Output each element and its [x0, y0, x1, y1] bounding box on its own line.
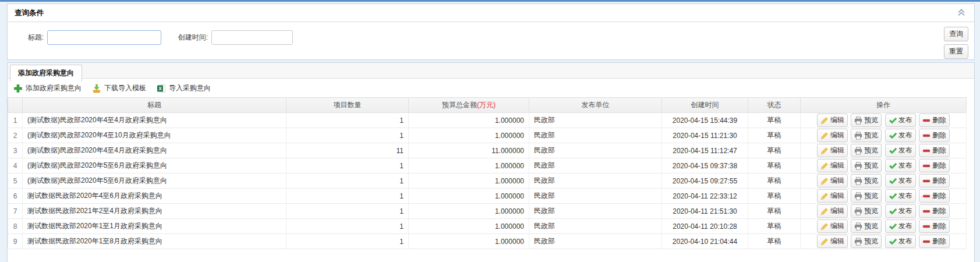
pencil-icon — [820, 238, 829, 246]
row-publish-org: 民政部 — [529, 204, 662, 219]
publish-button[interactable]: 发布 — [885, 204, 916, 218]
row-project-count: 1 — [286, 128, 409, 143]
column-header-status: 状态 — [748, 98, 801, 113]
preview-button[interactable]: 预览 — [851, 174, 882, 187]
title-input[interactable] — [47, 30, 161, 45]
check-icon — [889, 238, 897, 246]
search-button[interactable]: 查询 — [944, 27, 968, 41]
row-created-time: 2020-04-15 11:12:47 — [662, 143, 748, 158]
row-publish-org: 民政部 — [529, 158, 662, 174]
created-time-field-group: 创建时间: — [175, 30, 293, 45]
procurement-intentions-table: 标题 项目数量 预算总金额(万元) 发布单位 创建时间 状态 操作 1 (测试数… — [8, 97, 967, 249]
printer-icon — [854, 162, 862, 170]
delete-button[interactable]: 删除 — [919, 189, 950, 203]
delete-button[interactable]: 删除 — [919, 235, 950, 248]
publish-button[interactable]: 发布 — [885, 144, 916, 157]
created-time-input[interactable] — [211, 30, 293, 45]
title-field-group: 标题: — [13, 30, 161, 45]
row-project-count: 1 — [286, 158, 409, 174]
row-index: 1 — [8, 113, 23, 128]
publish-button[interactable]: 发布 — [885, 219, 916, 233]
column-header-actions: 操作 — [801, 98, 967, 113]
add-procurement-intention-label: 添加政府采购意向 — [26, 83, 82, 93]
query-form: 标题: 创建时间: 查询 重置 — [8, 22, 974, 59]
tab-add-procurement-intention[interactable]: 添加政府采购意向 — [10, 65, 82, 82]
preview-button[interactable]: 预览 — [851, 129, 882, 142]
download-icon — [92, 84, 101, 93]
edit-button[interactable]: 编辑 — [817, 144, 848, 157]
title-field-label: 标题: — [13, 33, 47, 43]
table-row: 5 (测试数据)民政部2020年5至6月政府采购意向 1 1.000000 民政… — [8, 174, 967, 189]
row-title: (测试数据)民政部2020年4至4月政府采购意向 — [23, 143, 286, 158]
row-actions: 编辑 预览 发布 删除 — [801, 189, 967, 204]
row-publish-org: 民政部 — [529, 219, 662, 234]
row-title: 测试数据民政部2020年4至6月政府采购意向 — [23, 189, 286, 204]
column-header-org: 发布单位 — [529, 98, 662, 113]
publish-button[interactable]: 发布 — [885, 159, 916, 172]
pencil-icon — [820, 207, 829, 215]
edit-button[interactable]: 编辑 — [817, 174, 848, 187]
check-icon — [889, 132, 897, 140]
add-procurement-intention-button[interactable]: 添加政府采购意向 — [13, 83, 82, 93]
delete-button[interactable]: 删除 — [919, 204, 950, 218]
publish-button[interactable]: 发布 — [885, 114, 916, 127]
edit-button[interactable]: 编辑 — [817, 159, 848, 172]
row-index: 9 — [8, 234, 23, 249]
table-row: 6 测试数据民政部2020年4至6月政府采购意向 1 1.000000 民政部 … — [8, 189, 967, 204]
row-title: 测试数据民政部2021年2至4月政府采购意向 — [23, 204, 286, 219]
import-procurement-intention-button[interactable]: X 导入采购意向 — [157, 83, 211, 93]
edit-button[interactable]: 编辑 — [817, 235, 848, 248]
row-index: 7 — [8, 204, 23, 219]
row-created-time: 2020-04-11 21:51:30 — [662, 204, 748, 219]
publish-button[interactable]: 发布 — [885, 189, 916, 203]
minus-icon — [922, 147, 931, 155]
row-budget-total: 1.000000 — [409, 113, 529, 128]
preview-button[interactable]: 预览 — [851, 114, 882, 127]
printer-icon — [854, 238, 862, 246]
minus-icon — [922, 116, 931, 125]
collapse-panel-button[interactable] — [957, 8, 967, 17]
top-accent-bar — [0, 0, 980, 2]
row-budget-total: 11.000000 — [409, 143, 529, 158]
row-status: 草稿 — [748, 204, 801, 219]
edit-button[interactable]: 编辑 — [817, 114, 848, 127]
edit-button[interactable]: 编辑 — [817, 129, 848, 142]
preview-button[interactable]: 预览 — [851, 235, 882, 248]
edit-button[interactable]: 编辑 — [817, 219, 848, 233]
preview-button[interactable]: 预览 — [851, 219, 882, 233]
delete-button[interactable]: 删除 — [919, 174, 950, 187]
edit-button[interactable]: 编辑 — [817, 204, 848, 218]
pencil-icon — [820, 177, 829, 185]
row-status: 草稿 — [748, 113, 801, 128]
publish-button[interactable]: 发布 — [885, 174, 916, 187]
row-actions: 编辑 预览 发布 删除 — [801, 174, 967, 189]
pencil-icon — [820, 222, 829, 231]
publish-button[interactable]: 发布 — [885, 129, 916, 142]
printer-icon — [854, 177, 862, 185]
publish-button[interactable]: 发布 — [885, 235, 916, 248]
row-status: 草稿 — [748, 158, 801, 174]
row-project-count: 1 — [286, 189, 409, 204]
minus-icon — [922, 162, 931, 170]
delete-button[interactable]: 删除 — [919, 159, 950, 172]
delete-button[interactable]: 删除 — [919, 219, 950, 233]
minus-icon — [922, 132, 931, 140]
download-import-template-button[interactable]: 下载导入模板 — [92, 83, 146, 93]
minus-icon — [922, 192, 931, 200]
delete-button[interactable]: 删除 — [919, 144, 950, 157]
preview-button[interactable]: 预览 — [851, 204, 882, 218]
row-created-time: 2020-04-15 09:37:38 — [662, 158, 748, 174]
minus-icon — [922, 238, 931, 246]
row-created-time: 2020-04-15 09:27:55 — [662, 174, 748, 189]
preview-button[interactable]: 预览 — [851, 189, 882, 203]
row-index: 2 — [8, 128, 23, 143]
preview-button[interactable]: 预览 — [851, 144, 882, 157]
delete-button[interactable]: 删除 — [919, 114, 950, 127]
preview-button[interactable]: 预览 — [851, 159, 882, 172]
row-budget-total: 1.000000 — [409, 158, 529, 174]
edit-button[interactable]: 编辑 — [817, 189, 848, 203]
delete-button[interactable]: 删除 — [919, 129, 950, 142]
pencil-icon — [820, 162, 829, 170]
query-panel: 查询条件 标题: 创建时间: 查询 重置 — [7, 3, 975, 60]
reset-button[interactable]: 重置 — [944, 44, 968, 59]
